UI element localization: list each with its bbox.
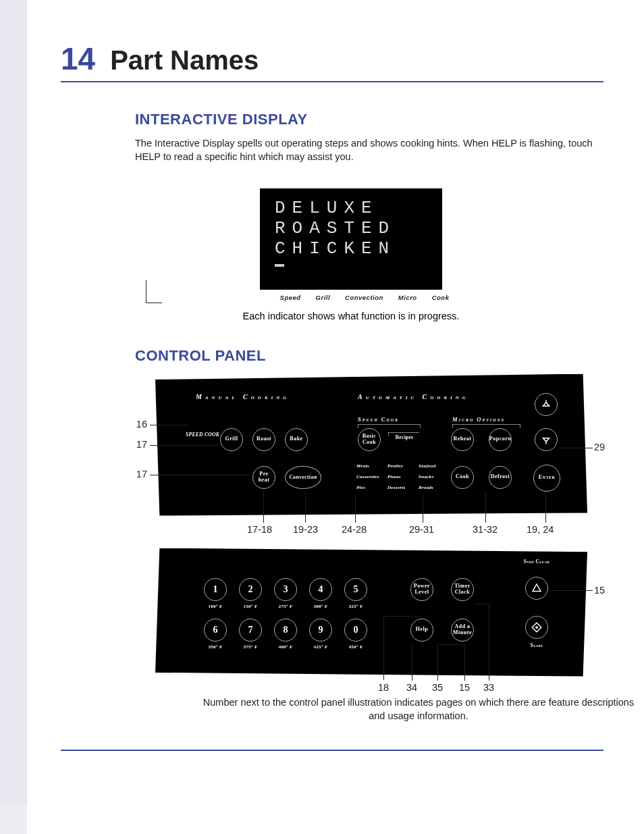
down-button[interactable] [535, 428, 558, 451]
temp-275: 275° F [274, 604, 297, 609]
num-2-button[interactable]: 2 [239, 578, 262, 601]
temp-100: 100° F [204, 604, 227, 609]
ref-29-31: 29-31 [409, 524, 434, 535]
grill-button[interactable]: Grill [220, 428, 243, 451]
left-margin-strip [0, 0, 27, 804]
roast-button[interactable]: Roast [252, 428, 275, 451]
header-manual-cooking: Manual Cooking [196, 393, 290, 400]
num-0-button[interactable]: 0 [344, 619, 367, 642]
leader-17a [150, 445, 217, 446]
stop-clear-label: Stop Clear [520, 559, 554, 565]
ref-17b: 17 [127, 469, 147, 479]
temp-150: 150° F [239, 604, 262, 609]
interactive-display-section: INTERACTIVE DISPLAY The Interactive Disp… [135, 111, 603, 164]
interactive-display-body: The Interactive Display spells out opera… [135, 136, 603, 164]
ref-17-18: 17-18 [247, 524, 272, 535]
interactive-display-heading: INTERACTIVE DISPLAY [135, 111, 603, 128]
cook-button[interactable]: Cook [451, 466, 474, 489]
svg-point-2 [536, 626, 537, 627]
chapter-heading: 14 Part Names [61, 41, 603, 82]
start-label: Start [520, 643, 554, 648]
reheat-button[interactable]: Reheat [451, 428, 474, 451]
help-button[interactable]: Help [410, 619, 433, 642]
ref-17a: 17 [127, 439, 147, 450]
control-panel-bottom: 1 2 3 4 5 100° F 150° F 275° F 300° F 32… [155, 548, 608, 677]
leader-17b [150, 475, 250, 475]
recipes-label: Recipes [387, 435, 421, 440]
num-5-button[interactable]: 5 [344, 578, 367, 601]
subheader-micro-options: Micro Options [452, 416, 505, 423]
cat-seafood: Seafood [419, 463, 435, 469]
num-7-button[interactable]: 7 [239, 619, 262, 642]
indicator-row: Speed Grill Convection Micro Cook [162, 294, 567, 301]
popcorn-button[interactable]: Popcorn [489, 428, 512, 451]
ref-35: 35 [432, 682, 443, 693]
temp-350: 350° F [204, 644, 227, 650]
temp-450: 450° F [344, 644, 367, 650]
page-content: 14 Part Names INTERACTIVE DISPLAY The In… [27, 0, 644, 834]
header-automatic-cooking: Automatic Cooking [358, 393, 469, 400]
cat-breads: Breads [419, 485, 433, 490]
lcd-cursor [275, 264, 284, 267]
enter-button[interactable]: Enter [533, 465, 560, 492]
num-3-button[interactable]: 3 [274, 578, 297, 601]
ref-31-32: 31-32 [473, 524, 498, 535]
ref-15: 15 [594, 585, 605, 596]
indicator-cook: Cook [432, 294, 450, 301]
control-panel-section: CONTROL PANEL [135, 347, 603, 365]
cat-pies: Pies [356, 485, 365, 490]
ref-33: 33 [483, 682, 494, 693]
temp-325: 325° F [344, 604, 367, 609]
up-button[interactable] [535, 393, 558, 416]
chapter-title: Part Names [110, 45, 259, 76]
timer-clock-button[interactable]: Timer Clock [451, 578, 474, 601]
control-panel-top: Manual Cooking Automatic Cooking Speed C… [155, 374, 608, 516]
leader-16 [150, 425, 188, 425]
cat-desserts: Desserts [387, 485, 406, 490]
control-panel-footer-caption: Number next to the control panel illustr… [203, 696, 635, 723]
control-panel-illustration: Manual Cooking Automatic Cooking Speed C… [135, 374, 608, 723]
convection-button[interactable]: Convection [285, 466, 321, 489]
cat-pizzas: Pizzas [387, 474, 401, 479]
leader-29 [559, 448, 593, 448]
ref-19-24: 19, 24 [527, 524, 554, 535]
num-4-button[interactable]: 4 [309, 578, 332, 601]
ref-18: 18 [378, 682, 389, 693]
num-9-button[interactable]: 9 [309, 619, 332, 642]
temp-425: 425° F [309, 644, 332, 650]
num-1-button[interactable]: 1 [204, 578, 227, 601]
display-figure: DELUXE ROASTED CHICKEN Speed Grill Conve… [135, 188, 567, 321]
display-caption: Each indicator shows what function is in… [135, 311, 567, 321]
defrost-button[interactable]: Defrost [489, 466, 512, 489]
ref-19-23: 19-23 [293, 524, 318, 535]
temp-400: 400° F [274, 644, 297, 650]
indicator-convection: Convection [345, 294, 383, 301]
lcd-line-1: DELUXE [275, 199, 427, 217]
cat-casseroles: Casseroles [356, 474, 379, 479]
chapter-number: 14 [61, 41, 95, 77]
cat-snacks: Snacks [419, 474, 433, 479]
ref-29: 29 [594, 442, 605, 452]
ref-b15: 15 [459, 682, 470, 693]
power-level-button[interactable]: Power Level [410, 578, 433, 601]
cat-poultry: Poultry [387, 463, 404, 469]
ref-16: 16 [127, 419, 147, 429]
temp-300: 300° F [309, 604, 332, 609]
start-button[interactable] [525, 616, 548, 639]
ref-24-28: 24-28 [342, 524, 367, 535]
num-8-button[interactable]: 8 [274, 619, 297, 642]
indicator-micro: Micro [398, 294, 417, 301]
basic-cook-button[interactable]: Basic Cook [358, 428, 381, 451]
add-minute-button[interactable]: Add a Minute [451, 619, 474, 642]
lcd-screen: DELUXE ROASTED CHICKEN [260, 188, 442, 290]
ref-34: 34 [406, 682, 417, 693]
num-6-button[interactable]: 6 [204, 619, 227, 642]
indicator-speed: Speed [280, 294, 301, 301]
stop-clear-button[interactable] [525, 577, 548, 600]
lcd-line-2: ROASTED [275, 219, 427, 237]
bake-button[interactable]: Bake [285, 428, 308, 451]
leader-15 [549, 590, 593, 591]
preheat-button[interactable]: Pre heat [252, 466, 275, 489]
subheader-speed-cook: Speed Cook [358, 416, 399, 423]
lcd-line-3: CHICKEN [275, 240, 427, 257]
